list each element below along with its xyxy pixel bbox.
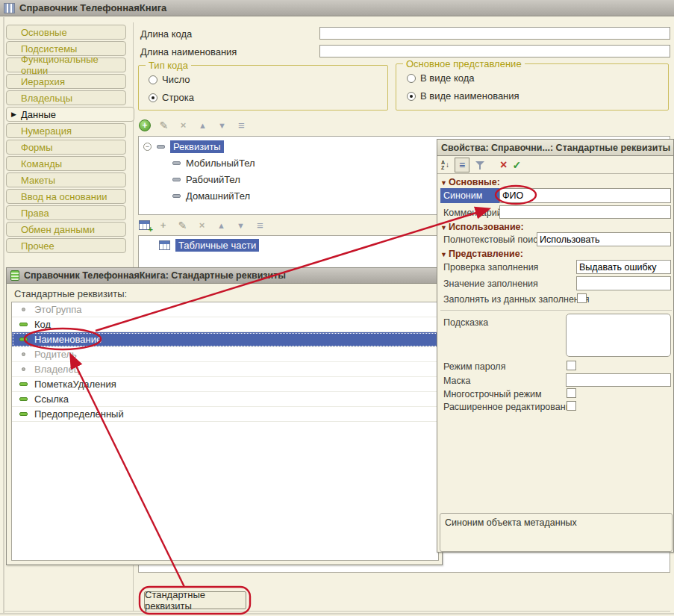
properties-window-titlebar[interactable]: Свойства: Справочни...: Стандартные рекв… — [437, 140, 673, 156]
fill-from-data-checkbox[interactable] — [577, 293, 587, 303]
section-usage-label: Использование: — [449, 222, 524, 232]
categorized-view-icon: ≡ — [459, 159, 465, 171]
content-bottom-divider — [4, 611, 670, 612]
move-up-icon[interactable]: ▲ — [215, 219, 228, 231]
list-item-naimenovanie[interactable]: Наименование — [12, 332, 438, 347]
name-length-label: Длина наименования — [140, 46, 237, 57]
sort-list-icon[interactable]: ≡ — [235, 119, 248, 131]
add-tabular-section-icon[interactable]: + — [139, 220, 150, 230]
sidebar-tab-label: Основные — [21, 27, 67, 38]
tree-row-mobilnyjtel[interactable]: МобильныйТел — [172, 157, 255, 169]
section-presentation-header[interactable]: ▼Представление: — [440, 249, 523, 259]
icon-box — [12, 352, 34, 356]
section-usage-header[interactable]: ▼Использование: — [440, 222, 524, 232]
funnel-stem — [479, 165, 481, 169]
delete-icon[interactable]: × — [177, 119, 190, 131]
sidebar-tab-ierarhiya[interactable]: Иерархия — [6, 74, 126, 89]
collapse-icon[interactable]: − — [143, 143, 152, 151]
list-item-etogruppa[interactable]: ЭтоГруппа — [12, 302, 438, 317]
add-icon[interactable]: + — [157, 219, 169, 231]
icon-box — [12, 367, 34, 371]
standard-attributes-caption: Стандартные реквизиты: — [14, 288, 127, 299]
cancel-icon[interactable]: × — [500, 159, 507, 171]
radio-as-code[interactable]: В виде кода — [407, 72, 474, 84]
categorized-view-button[interactable]: ≡ — [455, 158, 469, 172]
sidebar-tab-vladeltsy[interactable]: Владельцы — [6, 90, 126, 105]
fill-value-input[interactable] — [576, 276, 671, 290]
list-item-predopredelennyj[interactable]: Предопределенный — [12, 407, 438, 422]
radio-number[interactable]: Число — [149, 74, 190, 85]
synonym-input[interactable] — [499, 188, 671, 203]
list-item-pometkaudaleniya[interactable]: ПометкаУдаления — [12, 377, 438, 392]
name-length-input[interactable] — [319, 45, 670, 57]
add-attribute-icon[interactable]: + — [139, 119, 151, 131]
password-mode-checkbox[interactable] — [567, 361, 576, 370]
code-length-label: Длина кода — [140, 28, 192, 40]
attribute-icon — [172, 161, 181, 165]
sidebar-tab-dannye[interactable]: ▶ Данные — [6, 107, 134, 122]
sidebar-tab-funkcionalnye-opcii[interactable]: Функциональные опции — [6, 57, 126, 72]
fulltext-search-input[interactable] — [537, 232, 671, 246]
sidebar-tab-formy[interactable]: Формы — [6, 140, 126, 155]
down-arrow-icon: ↓ — [446, 161, 449, 169]
radio-string-label: Строка — [162, 92, 194, 103]
list-icon — [10, 270, 19, 281]
fill-value-label: Значение заполнения — [443, 279, 538, 289]
separator-line — [440, 310, 672, 311]
sidebar-tab-label: Данные — [21, 109, 56, 120]
tree-row-tablichnye-chasti[interactable]: Табличные части — [159, 239, 259, 252]
extended-edit-checkbox[interactable] — [567, 401, 576, 411]
radio-string[interactable]: Строка — [149, 92, 194, 103]
fill-from-data-label: Заполнять из данных заполнения — [443, 294, 590, 305]
sidebar-tab-osnovnye[interactable]: Основные — [6, 25, 126, 40]
sidebar-tab-label: Прочее — [21, 240, 54, 252]
list-item-vladelec[interactable]: Владелец — [12, 362, 438, 377]
list-item-roditel[interactable]: Родитель — [12, 347, 438, 362]
move-down-icon[interactable]: ▼ — [216, 119, 228, 131]
fill-check-input[interactable] — [576, 260, 671, 274]
apply-icon[interactable]: ✓ — [512, 159, 521, 171]
sort-list-icon[interactable]: ≡ — [254, 219, 266, 231]
list-item-kod[interactable]: Код — [12, 317, 438, 332]
sidebar-tab-obmen-dannymi[interactable]: Обмен данными — [6, 222, 126, 237]
tree-row-domashnijtel[interactable]: ДомашнийТел — [172, 190, 250, 202]
mask-input[interactable] — [566, 373, 671, 387]
code-type-group: Тип кода Число Строка — [138, 65, 388, 111]
sidebar-tab-komandy[interactable]: Команды — [6, 156, 126, 171]
sidebar-tab-prochee[interactable]: Прочее — [6, 238, 126, 253]
edit-icon[interactable]: ✎ — [176, 219, 189, 231]
attribute-icon — [19, 382, 28, 386]
list-item-label: ПометкаУдаления — [34, 379, 116, 390]
move-up-icon[interactable]: ▲ — [196, 119, 209, 131]
tooltip-textarea[interactable] — [566, 314, 671, 357]
standard-attributes-list: ЭтоГруппа Код Наименование Родитель Влад… — [11, 302, 439, 561]
collapse-triangle-icon: ▼ — [440, 179, 447, 187]
edit-icon[interactable]: ✎ — [157, 119, 170, 131]
main-window-titlebar[interactable]: Справочник ТелефоннаяКнига — [0, 0, 674, 16]
sidebar-tab-label: Формы — [21, 142, 53, 153]
multiline-mode-checkbox[interactable] — [567, 388, 576, 398]
code-length-input[interactable] — [319, 27, 670, 40]
radio-as-name[interactable]: В виде наименования — [407, 90, 519, 102]
sidebar-tab-makety[interactable]: Макеты — [6, 172, 126, 187]
standard-attributes-button[interactable]: Стандартные реквизиты — [144, 591, 246, 609]
tree-row-rabochijtel[interactable]: РабочийТел — [172, 173, 240, 186]
standard-attributes-window-titlebar[interactable]: Справочник ТелефоннаяКнига: Стандартные … — [7, 268, 442, 284]
multiline-mode-label: Многострочный режим — [443, 389, 542, 399]
sidebar-tab-numeraciya[interactable]: Нумерация — [6, 123, 126, 138]
radio-icon — [407, 74, 416, 83]
list-item-ssylka[interactable]: Ссылка — [12, 392, 438, 407]
attribute-icon — [172, 194, 181, 198]
sidebar-tab-label: Функциональные опции — [21, 54, 125, 76]
sort-alphabetical-icon[interactable]: AZ ↓ — [441, 160, 449, 170]
tree-row-rekvizity[interactable]: − Реквизиты — [143, 140, 224, 153]
move-down-icon[interactable]: ▼ — [234, 219, 247, 231]
attribute-icon — [19, 397, 28, 401]
synonym-label-cell[interactable]: Синоним — [440, 188, 499, 203]
section-basic-header[interactable]: ▼Основные: — [440, 177, 500, 187]
sidebar-tab-vvod-na-osnovanii[interactable]: Ввод на основании — [6, 189, 126, 204]
filter-icon[interactable] — [475, 160, 485, 170]
delete-icon[interactable]: × — [196, 219, 208, 231]
sidebar-tab-prava[interactable]: Права — [6, 205, 126, 220]
comment-input[interactable] — [499, 205, 671, 219]
